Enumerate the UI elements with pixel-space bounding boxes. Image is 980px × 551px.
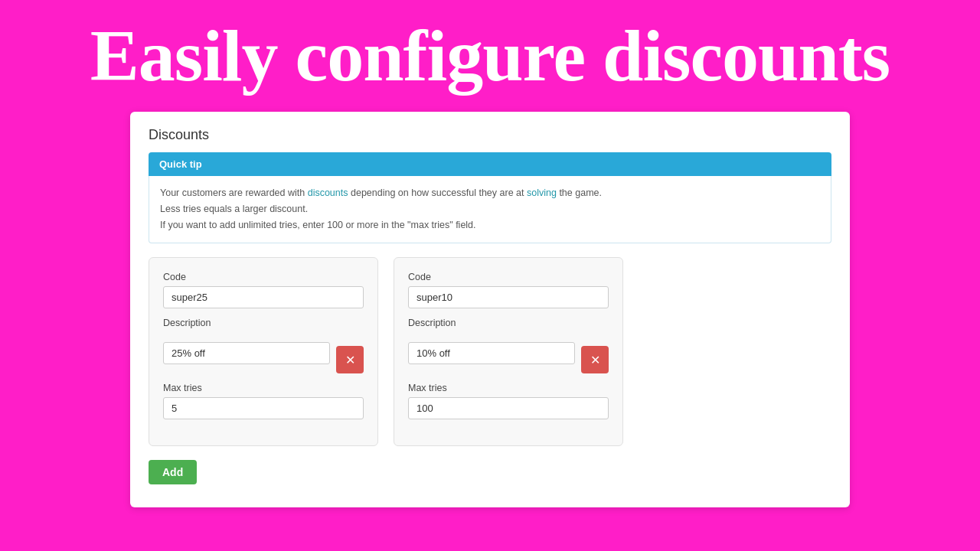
code-field-group-2: Code [408,272,609,308]
quick-tip-line-1: Your customers are rewarded with discoun… [160,185,820,201]
delete-button-1[interactable]: ✕ [336,346,364,373]
max-tries-label-2: Max tries [408,383,609,393]
description-label-1: Description [163,318,364,328]
code-input-2[interactable] [408,286,609,308]
discount-cards-container: Code Description ✕ Max tries Code [149,257,831,446]
quick-tip-line-2: Less tries equals a larger discount. [160,201,820,217]
code-label-2: Code [408,272,609,282]
description-input-2[interactable] [408,342,575,364]
discounts-panel: Discounts Quick tip Your customers are r… [130,112,850,508]
add-button[interactable]: Add [149,460,197,484]
max-tries-label-1: Max tries [163,383,364,393]
discount-card-2: Code Description ✕ Max tries [394,257,623,446]
delete-icon-1: ✕ [345,353,355,367]
description-field-group-2: Description ✕ [408,318,609,373]
code-field-group-1: Code [163,272,364,308]
quick-tip-line-3: If you want to add unlimited tries, ente… [160,217,820,233]
max-tries-field-group-1: Max tries [163,383,364,419]
quick-tip-section: Quick tip Your customers are rewarded wi… [149,152,831,244]
discount-card-1: Code Description ✕ Max tries [149,257,378,446]
delete-button-2[interactable]: ✕ [581,346,609,373]
max-tries-input-2[interactable] [408,397,609,419]
max-tries-input-1[interactable] [163,397,364,419]
description-row-1: ✕ [163,332,364,373]
max-tries-field-group-2: Max tries [408,383,609,419]
quick-tip-body: Your customers are rewarded with discoun… [149,176,831,244]
description-label-2: Description [408,318,609,328]
panel-title: Discounts [149,127,831,143]
description-field-group-1: Description ✕ [163,318,364,373]
hero-title: Easily configure discounts [60,0,920,112]
code-label-1: Code [163,272,364,282]
quick-tip-header: Quick tip [149,152,831,176]
delete-icon-2: ✕ [590,353,600,367]
code-input-1[interactable] [163,286,364,308]
description-input-1[interactable] [163,342,330,364]
description-row-2: ✕ [408,332,609,373]
